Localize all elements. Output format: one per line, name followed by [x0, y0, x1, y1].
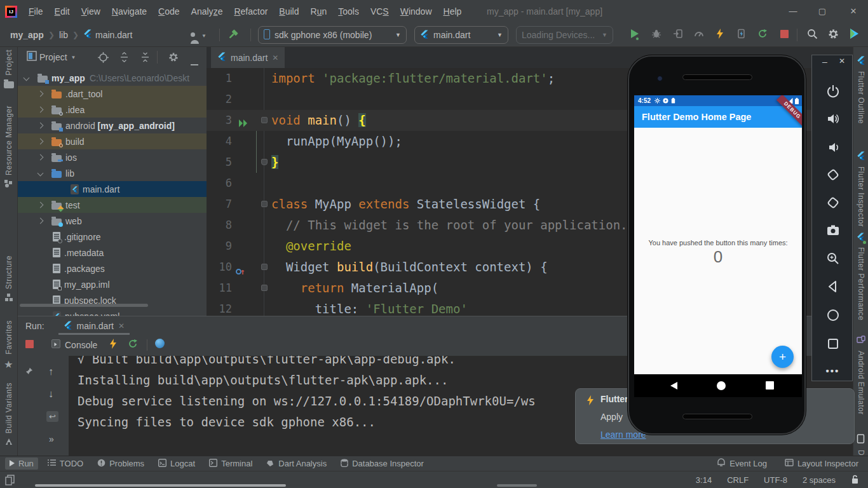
menu-help[interactable]: Help — [438, 0, 468, 23]
emu-home-button[interactable] — [812, 308, 853, 325]
stripe-favorites[interactable]: Favorites★ — [0, 320, 17, 370]
emu-more-button[interactable]: ••• — [812, 365, 853, 377]
menu-code[interactable]: Code — [153, 0, 185, 23]
toolwindow-todo[interactable]: TODO — [43, 458, 88, 470]
stripe-android-emulator[interactable]: Android Emulator — [853, 336, 868, 415]
breadcrumb-main.dart[interactable]: main.dart — [95, 30, 132, 40]
stripe-flutter-inspector[interactable]: Flutter Inspector — [853, 151, 868, 227]
nav-overview-icon[interactable] — [766, 381, 774, 390]
emu-screenshot-button[interactable] — [812, 224, 853, 240]
chevron-right-icon[interactable] — [37, 123, 44, 129]
profiler-button[interactable] — [691, 27, 707, 43]
chevron-right-icon[interactable] — [37, 218, 44, 224]
chevron-right-icon[interactable] — [37, 91, 44, 97]
tree-item-ios[interactable]: ios — [18, 149, 207, 165]
tree-item-.metadata[interactable]: .metadata — [18, 245, 207, 261]
device-selector[interactable]: sdk gphone x86 (mobile)▼ — [258, 26, 407, 44]
menu-window[interactable]: Window — [395, 0, 438, 23]
hide-panel-button[interactable] — [191, 57, 198, 68]
menu-analyze[interactable]: Analyze — [186, 0, 229, 23]
emu-volume-down-button[interactable] — [812, 140, 853, 157]
fold-marker[interactable] — [261, 264, 268, 270]
flutter-hot-restart-button[interactable] — [755, 27, 770, 43]
close-tab-icon[interactable]: ✕ — [118, 322, 125, 330]
scroll-up-button[interactable]: ↑ — [48, 366, 53, 377]
android-emulator-phone[interactable]: 4:52 Flutter Demo Home Page DEBUG You ha… — [628, 55, 806, 435]
tree-item-my_app.iml[interactable]: my_app.iml — [18, 276, 207, 292]
tree-item-.gitignore[interactable]: .gitignore — [18, 229, 207, 245]
menu-navigate[interactable]: Navigate — [106, 0, 153, 23]
menu-edit[interactable]: Edit — [49, 0, 76, 23]
nav-back-icon[interactable] — [670, 382, 677, 390]
expand-all-button[interactable] — [119, 52, 129, 65]
run-tab-main-dart[interactable]: main.dart ✕ — [58, 317, 130, 335]
menu-tools[interactable]: Tools — [332, 0, 365, 23]
status-3-14[interactable]: 3:14 — [696, 475, 712, 485]
chevron-right-icon[interactable] — [37, 202, 44, 208]
chevron-right-icon[interactable] — [37, 139, 44, 145]
bottom-hscrollbar-2[interactable] — [497, 484, 537, 487]
emu-overview-button[interactable] — [812, 337, 853, 353]
breadcrumb-my_app[interactable]: my_app — [10, 30, 44, 40]
chevron-down-icon[interactable] — [24, 75, 30, 81]
toolwindow-logcat[interactable]: Logcat — [154, 458, 200, 470]
tree-item-web[interactable]: web — [18, 213, 207, 229]
soft-wrap-button[interactable]: ↩ — [46, 410, 58, 422]
status-UTF-8[interactable]: UTF-8 — [764, 475, 787, 485]
fold-marker[interactable] — [261, 201, 268, 207]
tree-item-my_app[interactable]: my_appC:\Users\Leonardo\Deskt — [18, 70, 207, 86]
tree-item-.idea[interactable]: .idea — [18, 102, 207, 118]
pin-button[interactable] — [25, 367, 34, 379]
flutter-config-button[interactable] — [846, 27, 862, 43]
menu-refactor[interactable]: Refactor — [228, 0, 273, 23]
phone-screen[interactable]: 4:52 Flutter Demo Home Page DEBUG You ha… — [634, 95, 802, 397]
menu-build[interactable]: Build — [273, 0, 304, 23]
project-hscrollbar[interactable] — [20, 304, 148, 307]
hot-restart-button[interactable] — [128, 339, 138, 351]
stop-button[interactable] — [776, 27, 792, 43]
search-everywhere-button[interactable] — [804, 27, 820, 43]
toolwindow-dart-analysis[interactable]: Dart Analysis — [262, 458, 331, 470]
emulator-minimize-button[interactable]: – — [822, 57, 827, 67]
chevron-down-icon[interactable] — [37, 170, 44, 177]
settings-button[interactable] — [825, 27, 841, 43]
fab-button[interactable]: + — [771, 346, 794, 368]
console-tab[interactable]: Console — [51, 339, 97, 350]
tree-item-main.dart[interactable]: main.dart — [18, 181, 207, 197]
tree-item-pubspec.yaml[interactable]: pubspec.yaml — [18, 308, 207, 316]
tree-item-.packages[interactable]: .packages — [18, 261, 207, 276]
chevron-right-icon[interactable] — [37, 107, 44, 113]
stripe-build-variants[interactable]: Build Variants — [0, 383, 17, 449]
locate-button[interactable] — [98, 52, 109, 65]
emu-volume-up-button[interactable] — [812, 112, 853, 128]
target-selector[interactable]: Loading Devices...▼ — [516, 26, 613, 44]
toolwindow-terminal[interactable]: Terminal — [205, 458, 257, 470]
flutter-hot-reload-button[interactable] — [712, 27, 728, 43]
layered-icon[interactable] — [5, 475, 15, 488]
stripe-resource-manager[interactable]: Resource Manager — [0, 105, 17, 191]
attach-debugger-button[interactable] — [670, 27, 686, 43]
menu-view[interactable]: View — [76, 0, 106, 23]
more-actions-button[interactable]: » — [49, 433, 54, 445]
bottom-hscrollbar[interactable] — [35, 484, 286, 487]
menu-vcs[interactable]: VCS — [365, 0, 395, 23]
close-tab-icon[interactable]: ✕ — [272, 53, 278, 62]
panel-settings-button[interactable] — [168, 52, 179, 65]
maximize-button[interactable]: ▢ — [811, 0, 833, 23]
hot-reload-button[interactable] — [109, 339, 118, 351]
tree-item-test[interactable]: test — [18, 197, 207, 213]
stop-button[interactable] — [25, 339, 34, 351]
run-button[interactable] — [627, 27, 642, 43]
emu-zoom-button[interactable] — [812, 252, 853, 268]
toolwindow-problems[interactable]: Problems — [93, 458, 149, 470]
breadcrumb-lib[interactable]: lib — [59, 30, 68, 40]
build-button[interactable] — [227, 29, 240, 43]
menu-file[interactable]: File — [23, 0, 49, 23]
open-observatory-button[interactable] — [155, 339, 165, 351]
fold-marker[interactable] — [261, 117, 268, 123]
menu-run[interactable]: Run — [305, 0, 333, 23]
emulator-close-button[interactable]: ✕ — [839, 57, 845, 65]
toolwindow-layout-inspector[interactable]: Layout Inspector — [780, 457, 863, 470]
fold-end-marker[interactable] — [261, 159, 268, 165]
tree-item-lib[interactable]: lib — [18, 165, 207, 181]
